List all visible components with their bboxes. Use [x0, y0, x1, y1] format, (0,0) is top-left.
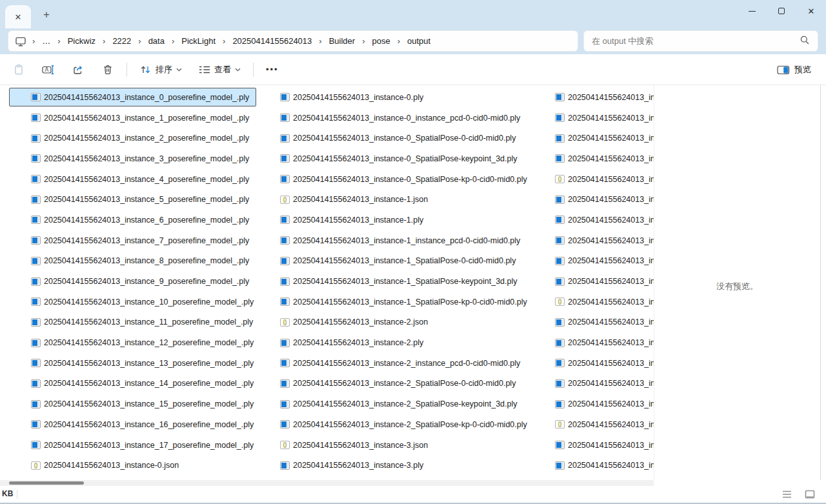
file-row[interactable]: 20250414155624013_instance_16_poserefine…: [31, 414, 254, 435]
thumbnail-view-toggle[interactable]: [801, 487, 818, 501]
maximize-button[interactable]: [767, 0, 796, 22]
file-row[interactable]: 20250414155624013_instance_0_poserefine_…: [31, 87, 249, 108]
file-row[interactable]: 20250414155624013_instance_2_poserefine_…: [31, 128, 249, 148]
file-name: 20250414155624013_in: [568, 216, 654, 225]
file-row[interactable]: 20250414155624013_in: [555, 332, 654, 353]
breadcrumb-item[interactable]: pose: [369, 34, 392, 48]
search-input[interactable]: [592, 36, 800, 46]
search-icon[interactable]: [800, 35, 810, 48]
sort-button[interactable]: 排序: [134, 59, 188, 81]
file-row[interactable]: 20250414155624013_instance_1_poserefine_…: [31, 108, 249, 128]
file-row[interactable]: 20250414155624013_instance_17_poserefine…: [31, 435, 254, 456]
more-options-button[interactable]: •••: [260, 59, 285, 81]
file-row[interactable]: 20250414155624013_instance_14_poserefine…: [31, 374, 254, 394]
file-row[interactable]: 20250414155624013_instance_8_poserefine_…: [31, 251, 249, 272]
file-row[interactable]: 20250414155624013_in: [555, 353, 654, 374]
file-icon: [555, 114, 565, 122]
file-name: 20250414155624013_instance_8_poserefine_…: [44, 256, 249, 265]
file-row[interactable]: 20250414155624013_instance-0_SpatialPose…: [280, 148, 518, 169]
file-name: 20250414155624013_in: [568, 277, 654, 286]
file-row[interactable]: 20250414155624013_in: [555, 394, 654, 414]
details-view-toggle[interactable]: [778, 487, 795, 501]
file-row[interactable]: 20250414155624013_instance_5_poserefine_…: [31, 189, 249, 210]
file-row[interactable]: 20250414155624013_instance-1_SpatialPose…: [280, 292, 527, 312]
file-row[interactable]: 20250414155624013_instance-2_SpatialPose…: [280, 414, 527, 435]
file-row[interactable]: 20250414155624013_in: [555, 435, 654, 456]
file-row[interactable]: 20250414155624013_in: [555, 374, 654, 394]
file-row[interactable]: 20250414155624013_in: [555, 414, 654, 435]
close-button[interactable]: ✕: [796, 0, 826, 22]
file-row[interactable]: 20250414155624013_in: [555, 230, 654, 251]
details-view-icon: [782, 490, 792, 498]
breadcrumb-item[interactable]: Pickwiz: [65, 34, 98, 48]
file-row[interactable]: 20250414155624013_instance-0.ply: [280, 87, 423, 108]
breadcrumb-item[interactable]: Builder: [327, 34, 358, 48]
status-text: KB: [2, 489, 13, 498]
command-toolbar: A 排序 查看 ••• 预览: [0, 54, 826, 85]
file-row[interactable]: 20250414155624013_instance-2_SpatialPose…: [280, 394, 518, 414]
file-row[interactable]: 20250414155624013_in: [555, 292, 654, 312]
file-row[interactable]: 20250414155624013_instance_10_poserefine…: [31, 292, 254, 312]
file-row[interactable]: 20250414155624013_in: [555, 108, 654, 128]
file-row[interactable]: 20250414155624013_instance_9_poserefine_…: [31, 271, 249, 292]
file-row[interactable]: 20250414155624013_instance-2_SpatialPose…: [280, 374, 516, 394]
file-row[interactable]: 20250414155624013_instance-1.ply: [280, 210, 423, 230]
breadcrumb-item[interactable]: PickLight: [179, 34, 218, 48]
svg-text:A: A: [45, 66, 49, 73]
file-row[interactable]: 20250414155624013_instance-1_SpatialPose…: [280, 251, 516, 272]
file-row[interactable]: 20250414155624013_instance-2.json: [280, 312, 428, 333]
breadcrumb-item[interactable]: 20250414155624013: [230, 34, 314, 48]
preview-toggle-button[interactable]: 预览: [771, 59, 817, 81]
file-row[interactable]: 20250414155624013_instance_6_poserefine_…: [31, 210, 249, 230]
file-row[interactable]: 20250414155624013_instance-3.json: [280, 435, 428, 456]
file-row[interactable]: 20250414155624013_instance-2_instance_pc…: [280, 353, 520, 374]
rename-button[interactable]: A: [36, 59, 61, 81]
file-row[interactable]: 20250414155624013_in: [555, 169, 654, 190]
file-icon: [31, 461, 41, 470]
file-row[interactable]: 20250414155624013_in: [555, 210, 654, 230]
breadcrumb-ellipsis[interactable]: …: [39, 34, 53, 48]
sort-label: 排序: [156, 64, 172, 76]
file-row[interactable]: 20250414155624013_instance-1.json: [280, 189, 428, 210]
paste-button[interactable]: [6, 59, 31, 81]
file-row[interactable]: 20250414155624013_instance-0_SpatialPose…: [280, 169, 527, 190]
file-row[interactable]: 20250414155624013_in: [555, 312, 654, 333]
file-row[interactable]: 20250414155624013_instance_7_poserefine_…: [31, 230, 249, 251]
share-button[interactable]: [66, 59, 90, 81]
file-row[interactable]: 20250414155624013_in: [555, 128, 654, 148]
minimize-button[interactable]: [737, 0, 767, 22]
file-row[interactable]: 20250414155624013_in: [555, 87, 654, 108]
file-row[interactable]: 20250414155624013_instance-0.json: [31, 455, 179, 476]
file-row[interactable]: 20250414155624013_instance-1_instance_pc…: [280, 230, 520, 251]
file-row[interactable]: 20250414155624013_instance-0_instance_pc…: [280, 108, 520, 128]
file-row[interactable]: 20250414155624013_in: [555, 251, 654, 272]
file-row[interactable]: 20250414155624013_in: [555, 271, 654, 292]
file-row[interactable]: 20250414155624013_instance-2.ply: [280, 332, 423, 353]
file-row[interactable]: 20250414155624013_in: [555, 455, 654, 476]
this-pc-icon[interactable]: [15, 36, 26, 46]
explorer-tab[interactable]: ✕: [5, 5, 31, 28]
file-row[interactable]: 20250414155624013_instance_11_poserefine…: [31, 312, 253, 333]
file-row[interactable]: 20250414155624013_instance_3_poserefine_…: [31, 148, 249, 169]
delete-button[interactable]: [96, 59, 120, 81]
file-row[interactable]: 20250414155624013_in: [555, 189, 654, 210]
file-row[interactable]: 20250414155624013_instance-3.ply: [280, 455, 423, 476]
view-button[interactable]: 查看: [193, 59, 247, 81]
breadcrumb-item[interactable]: output: [405, 34, 433, 48]
file-row[interactable]: 20250414155624013_in: [555, 148, 654, 169]
breadcrumb-item[interactable]: data: [146, 34, 167, 48]
file-row[interactable]: 20250414155624013_instance-1_SpatialPose…: [280, 271, 518, 292]
file-row[interactable]: 20250414155624013_instance-0_SpatialPose…: [280, 128, 516, 148]
tab-close-icon[interactable]: ✕: [15, 13, 22, 21]
file-row[interactable]: 20250414155624013_instance_4_poserefine_…: [31, 169, 249, 190]
breadcrumb-item[interactable]: 2222: [110, 34, 134, 48]
file-row[interactable]: 20250414155624013_instance_13_poserefine…: [31, 353, 254, 374]
search-box[interactable]: [583, 30, 818, 52]
scrollbar-thumb[interactable]: [9, 481, 84, 485]
breadcrumb[interactable]: › … › Pickwiz › 2222 › data › PickLight …: [8, 30, 578, 52]
new-tab-button[interactable]: +: [37, 6, 55, 23]
file-row[interactable]: 20250414155624013_instance_12_poserefine…: [31, 332, 254, 353]
file-row[interactable]: 20250414155624013_instance_15_poserefine…: [31, 394, 254, 414]
horizontal-scrollbar[interactable]: [0, 480, 654, 486]
file-name: 20250414155624013_instance-1.ply: [293, 216, 423, 225]
